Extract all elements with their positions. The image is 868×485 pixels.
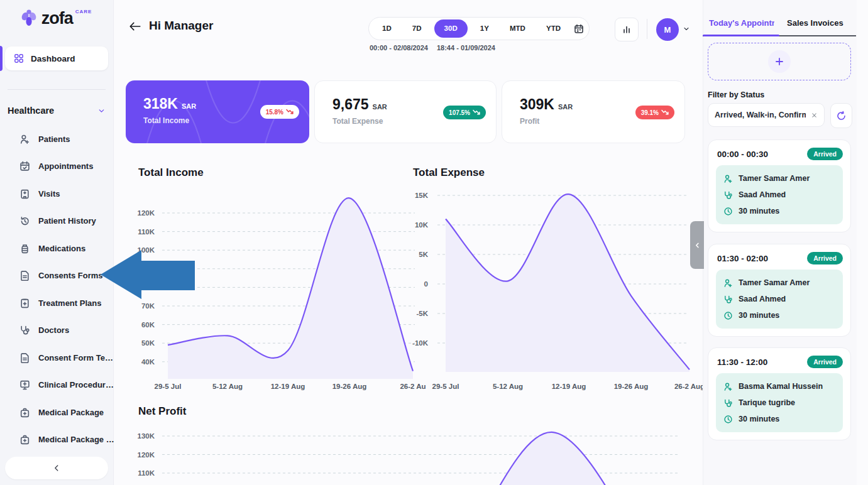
selected-date-range: 00:00 - 02/08/2024 18:44 - 01/09/2024 [370,44,495,52]
chart-view-button[interactable] [615,18,639,41]
panel-collapse-handle[interactable] [690,221,704,269]
chart-title-total-expense: Total Expense [413,166,485,179]
app-root: zofa CARE Dashboard Healthcare PatientsA… [0,0,868,485]
sidebar-item-visits[interactable]: Visits [0,182,113,205]
stat-currency: SAR [373,103,387,111]
sidebar-item-label: Patient History [38,216,96,226]
range-start: 00:00 - 02/08/2024 [370,44,428,52]
sidebar-item-medications[interactable]: Medications [0,237,113,259]
sidebar-collapse-button[interactable] [5,457,108,479]
doctor-name: Saad Ahmed [739,295,786,303]
sidebar-item-consent-form-te[interactable]: Consent Form Te… [0,346,113,369]
status-badge: Arrived [807,252,843,264]
range-button-ytd[interactable]: YTD [538,19,569,38]
appointment-details: Basma Kamal HusseinTarique tugribe30 min… [716,373,843,432]
refresh-icon [836,111,847,121]
sidebar-item-doctors[interactable]: Doctors [0,319,113,342]
sidebar-item-medical-package[interactable]: Medical Package [0,401,113,423]
sidebar-item-clinical-procedur[interactable]: Clinical Procedur… [0,374,113,396]
x-axis-tick-label: 12-19 Aug [261,381,314,391]
sidebar: zofa CARE Dashboard Healthcare PatientsA… [0,0,114,485]
app-logo: zofa CARE [0,8,113,29]
bar-chart-icon [622,25,632,35]
stethoscope-icon [723,398,733,408]
patient-icon [723,278,733,288]
sidebar-item-consents-forms[interactable]: Consents Forms [0,264,113,287]
range-end: 18:44 - 01/09/2024 [437,44,495,52]
total-income-chart [123,185,418,386]
refresh-button[interactable] [830,103,852,128]
status-badge: Arrived [807,148,843,160]
appointment-details: Tamer Samar AmerSaad Ahmed30 minutes [716,165,843,224]
x-axis-tick-label: 19-26 Aug [605,381,657,391]
status-filter-value: Arrived, Walk-in, Confirm,… [715,111,806,119]
y-axis-tick-label: 110K [127,468,155,478]
calendar-icon[interactable] [574,24,584,34]
active-nav-indicator [0,46,3,71]
stat-label: Total Expense [332,117,383,126]
sidebar-item-label: Consent Form Te… [38,353,113,362]
stat-card-total-income[interactable]: 318KSAR Total Income 15.8% [126,80,309,143]
range-button-7d[interactable]: 7D [404,19,430,38]
patient-name: Tamer Samar Amer [739,174,810,183]
back-arrow-icon[interactable] [129,21,141,32]
sidebar-item-label: Dashboard [31,54,75,63]
x-axis-tick-label: 5-12 Aug [201,381,254,391]
sidebar-item-label: Medical Package … [38,435,114,444]
appointment-card[interactable]: 00:00 - 00:30ArrivedTamer Samar AmerSaad… [708,139,851,232]
x-axis-tick-label: 29-5 Jul [419,381,472,391]
sidebar-item-medical-package[interactable]: Medical Package … [0,428,113,451]
status-filter-input[interactable]: Arrived, Walk-in, Confirm,… [708,103,825,127]
sidebar-section-healthcare[interactable]: Healthcare [8,106,106,116]
stat-card-total-expense[interactable]: 9,675SAR Total Expense 107.5% [314,80,497,143]
trend-badge: 15.8% [260,105,299,119]
tab-todays-appointments[interactable]: Today's Appointm [709,18,774,28]
range-button-1y[interactable]: 1Y [472,19,497,38]
x-axis-tick-label: 12-19 Aug [542,381,595,391]
y-axis-tick-label: 120K [127,450,155,460]
sidebar-item-label: Visits [38,189,60,199]
appointment-card[interactable]: 01:30 - 02:00ArrivedTamer Samar AmerSaad… [708,244,851,337]
doctor-name: Tarique tugribe [739,398,795,407]
stat-card-profit[interactable]: 309KSAR Profit 39.1% [502,80,685,143]
duration: 30 minutes [739,415,779,423]
y-axis-tick-label: 15K [400,190,428,200]
y-axis-tick-label: 130K [127,431,155,441]
sidebar-item-label: Clinical Procedur… [38,380,114,390]
tab-sales-invoices[interactable]: Sales Invoices [787,18,850,28]
clear-filter-icon[interactable] [811,112,818,119]
history-clock-icon [19,215,30,226]
page-title: Hi Manager [149,19,213,33]
active-tab-underline [703,35,779,36]
trend-badge: 107.5% [443,106,486,119]
document-icon [19,270,30,281]
x-axis-tick-label: 19-26 Aug [323,381,376,391]
sidebar-item-treatment-plans[interactable]: Treatment Plans [0,292,113,314]
sidebar-item-patient-history[interactable]: Patient History [0,210,113,232]
sidebar-item-dashboard[interactable]: Dashboard [5,46,108,70]
user-avatar[interactable]: M [656,18,679,41]
range-button-30d[interactable]: 30D [434,19,468,38]
range-button-mtd[interactable]: MTD [502,19,534,38]
trend-down-icon [661,109,669,116]
sidebar-item-label: Appointments [38,161,93,171]
appointment-card[interactable]: 11:30 - 12:00ArrivedBasma Kamal HusseinT… [708,347,851,440]
avatar-chevron-down-icon[interactable] [683,25,690,33]
add-appointment-button[interactable] [708,43,851,80]
trend-percent: 39.1% [641,109,659,116]
y-axis-tick-label: -10K [400,338,428,348]
y-axis-tick-label: 5K [400,249,428,259]
appointment-details: Tamer Samar AmerSaad Ahmed30 minutes [716,270,843,329]
sidebar-item-appointments[interactable]: Appointments [0,155,113,178]
stethoscope-icon [723,295,733,304]
y-axis-tick-label: 70K [127,301,155,311]
range-button-1d[interactable]: 1D [374,19,400,38]
stat-label: Total Income [143,116,189,125]
duration: 30 minutes [739,207,779,215]
appointment-time: 00:00 - 00:30 [717,150,768,159]
patient-name: Basma Kamal Hussein [739,382,823,391]
y-axis-tick-label: 90K [127,264,155,274]
chart-title-net-profit: Net Profit [138,405,187,418]
sidebar-item-patients[interactable]: Patients [0,128,113,150]
y-axis-tick-label: 110K [127,227,155,237]
